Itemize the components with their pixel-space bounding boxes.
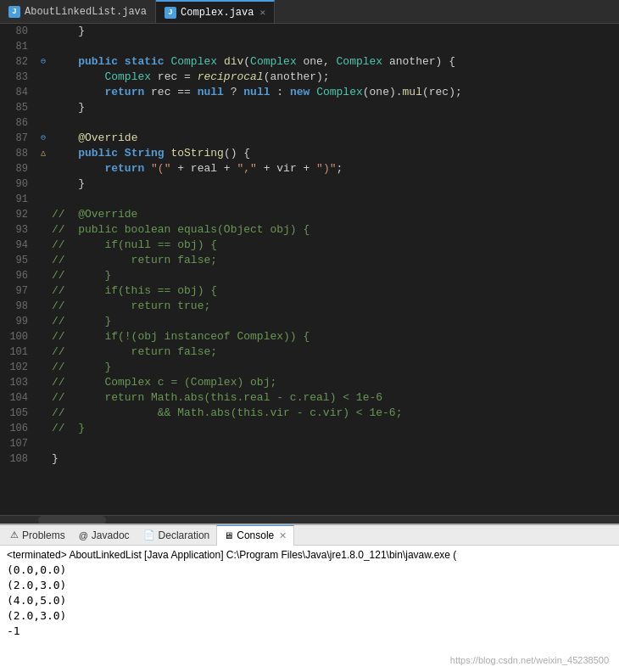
tab-declaration[interactable]: 📄 Declaration: [137, 525, 217, 546]
console-header: <terminated> AboutLinkedList [Java Appli…: [7, 549, 612, 561]
fold-gutter: [38, 222, 48, 238]
fold-gutter: [38, 283, 48, 299]
tab-console[interactable]: 🖥 Console ✕: [216, 525, 294, 546]
tab-about-linked-list[interactable]: J AboutLinkedList.java: [0, 0, 156, 23]
line-number: 87: [0, 131, 38, 146]
code-area[interactable]: 80 }8182⊖ public static Complex div(Comp…: [0, 24, 619, 515]
fold-gutter: [38, 436, 48, 451]
javadoc-icon: @: [79, 530, 88, 540]
tab-label-complex: Complex.java: [181, 7, 254, 19]
tab-complex[interactable]: J Complex.java ✕: [156, 0, 275, 23]
fold-gutter: [38, 314, 48, 329]
line-number: 83: [0, 70, 38, 85]
fold-gutter: [38, 85, 48, 100]
code-line: }: [48, 100, 619, 115]
line-number: 86: [0, 115, 38, 131]
console-close-icon[interactable]: ✕: [279, 530, 287, 541]
fold-gutter: [38, 451, 48, 467]
tab-label-about: AboutLinkedList.java: [25, 6, 147, 18]
line-number: 84: [0, 85, 38, 100]
code-line: // @Override: [48, 207, 619, 222]
bottom-panel: ⚠ Problems @ Javadoc 📄 Declaration 🖥 Con…: [0, 524, 619, 672]
watermark: https://blog.csdn.net/weixin_45238500: [450, 655, 609, 665]
code-line: // return false;: [48, 253, 619, 268]
console-output: (0.0,0.0)(2.0,3.0)(4.0,5.0)(2.0,3.0)-1: [7, 563, 612, 639]
line-number: 81: [0, 39, 38, 54]
code-line: // if(this == obj) {: [48, 283, 619, 299]
code-line: // }: [48, 421, 619, 436]
line-number: 80: [0, 24, 38, 39]
code-line: @Override: [48, 131, 619, 146]
fold-gutter: [38, 238, 48, 253]
fold-gutter: ⊖: [38, 54, 48, 70]
fold-gutter: [38, 161, 48, 176]
code-line: // if(null == obj) {: [48, 238, 619, 253]
code-line: Complex rec = reciprocal(another);: [48, 70, 619, 85]
fold-gutter: [38, 176, 48, 192]
tab-close-icon[interactable]: ✕: [259, 7, 265, 18]
console-line: (2.0,3.0): [7, 578, 612, 593]
line-number: 82: [0, 54, 38, 70]
line-number: 101: [0, 344, 38, 360]
warning-icon: △: [41, 148, 46, 158]
line-number: 89: [0, 161, 38, 176]
line-number: 103: [0, 375, 38, 390]
code-line: // }: [48, 314, 619, 329]
line-number: 97: [0, 283, 38, 299]
line-number: 105: [0, 406, 38, 421]
fold-gutter: [38, 375, 48, 390]
code-table: 80 }8182⊖ public static Complex div(Comp…: [0, 24, 619, 467]
fold-gutter: [38, 421, 48, 436]
line-number: 91: [0, 192, 38, 207]
code-line: // return true;: [48, 299, 619, 314]
console-line: (2.0,3.0): [7, 608, 612, 624]
tab-javadoc[interactable]: @ Javadoc: [72, 525, 137, 546]
code-line: [48, 192, 619, 207]
line-number: 95: [0, 253, 38, 268]
tab-bar: J AboutLinkedList.java J Complex.java ✕: [0, 0, 619, 24]
line-number: 100: [0, 329, 38, 344]
fold-gutter: [38, 299, 48, 314]
line-number: 107: [0, 436, 38, 451]
line-number: 93: [0, 222, 38, 238]
line-number: 90: [0, 176, 38, 192]
line-number: 94: [0, 238, 38, 253]
declaration-icon: 📄: [143, 529, 155, 540]
tab-problems[interactable]: ⚠ Problems: [3, 525, 72, 546]
code-line: // Complex c = (Complex) obj;: [48, 375, 619, 390]
scrollbar-track: [38, 516, 106, 524]
fold-icon[interactable]: ⊖: [41, 57, 46, 66]
code-line: // return false;: [48, 344, 619, 360]
code-line: // public boolean equals(Object obj) {: [48, 222, 619, 238]
code-line: // }: [48, 268, 619, 283]
fold-gutter: [38, 207, 48, 222]
line-number: 85: [0, 100, 38, 115]
fold-gutter: [38, 24, 48, 39]
fold-gutter: ⊖: [38, 131, 48, 146]
code-line: [48, 115, 619, 131]
panel-tabs: ⚠ Problems @ Javadoc 📄 Declaration 🖥 Con…: [0, 525, 619, 546]
fold-gutter: [38, 329, 48, 344]
code-editor: 80 }8182⊖ public static Complex div(Comp…: [0, 24, 619, 524]
fold-gutter: [38, 39, 48, 54]
line-number: 106: [0, 421, 38, 436]
code-line: // && Math.abs(this.vir - c.vir) < 1e-6;: [48, 406, 619, 421]
console-content: <terminated> AboutLinkedList [Java Appli…: [0, 546, 619, 672]
problems-icon: ⚠: [10, 529, 19, 540]
line-number: 96: [0, 268, 38, 283]
tab-declaration-label: Declaration: [159, 529, 210, 541]
line-number: 102: [0, 360, 38, 375]
fold-gutter: [38, 390, 48, 406]
line-number: 88: [0, 146, 38, 161]
fold-icon[interactable]: ⊖: [41, 133, 46, 143]
console-line: (4.0,5.0): [7, 593, 612, 608]
tab-icon-complex: J: [165, 7, 176, 19]
tab-problems-label: Problems: [22, 529, 65, 541]
scrollbar-bottom[interactable]: [0, 515, 619, 524]
line-number: 98: [0, 299, 38, 314]
console-line: (0.0,0.0): [7, 563, 612, 578]
code-line: // }: [48, 360, 619, 375]
tab-console-label: Console: [237, 529, 274, 541]
code-line: return rec == null ? null : new Complex(…: [48, 85, 619, 100]
console-line: -1: [7, 624, 612, 639]
